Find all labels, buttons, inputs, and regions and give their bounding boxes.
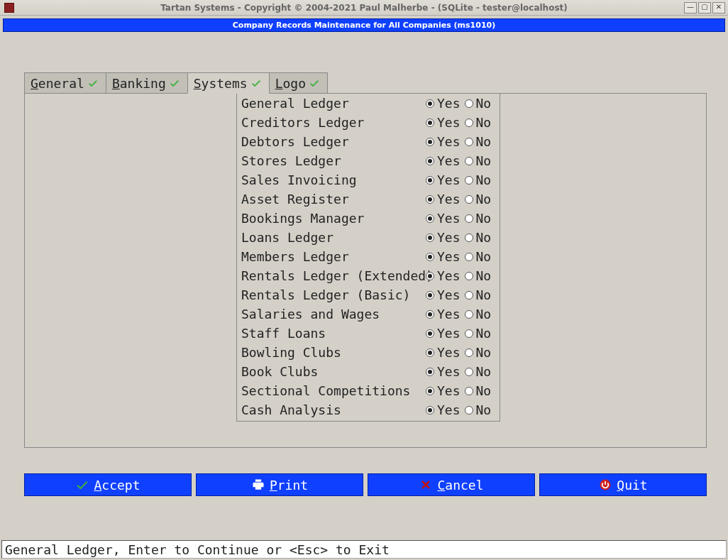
system-label: Loans Ledger bbox=[241, 230, 426, 245]
window-title: Tartan Systems - Copyright © 2004-2021 P… bbox=[0, 3, 728, 13]
radio-no[interactable] bbox=[465, 138, 473, 146]
radio-yes[interactable] bbox=[426, 253, 434, 261]
action-button-bar: Accept Print Cancel Quit bbox=[24, 473, 707, 496]
radio-no[interactable] bbox=[465, 119, 473, 127]
radio-no[interactable] bbox=[465, 406, 473, 414]
radio-no[interactable] bbox=[465, 99, 473, 108]
radio-no-label: No bbox=[476, 268, 492, 283]
radio-yes[interactable] bbox=[426, 272, 434, 280]
quit-accel: Q bbox=[617, 478, 624, 493]
tab-general[interactable]: General bbox=[24, 72, 106, 94]
system-row: Stores LedgerYesNo bbox=[241, 151, 494, 170]
system-row: Loans LedgerYesNo bbox=[241, 228, 494, 247]
radio-no-label: No bbox=[476, 287, 492, 302]
radio-yes[interactable] bbox=[426, 99, 434, 108]
radio-yes[interactable] bbox=[426, 387, 434, 395]
cancel-button[interactable]: Cancel bbox=[368, 473, 535, 496]
accept-accel: A bbox=[94, 478, 101, 493]
system-row: Asset RegisterYesNo bbox=[241, 190, 494, 209]
radio-no-label: No bbox=[476, 115, 492, 130]
radio-yes[interactable] bbox=[426, 214, 434, 223]
radio-no[interactable] bbox=[465, 387, 473, 395]
print-button[interactable]: Print bbox=[196, 473, 363, 496]
maximize-button[interactable]: ▢ bbox=[698, 2, 711, 13]
radio-no[interactable] bbox=[465, 310, 473, 319]
system-label: Sales Invoicing bbox=[241, 172, 426, 187]
radio-yes[interactable] bbox=[426, 234, 434, 242]
radio-no[interactable] bbox=[465, 329, 473, 338]
radio-no[interactable] bbox=[465, 214, 473, 223]
radio-no[interactable] bbox=[465, 176, 473, 185]
radio-yes[interactable] bbox=[426, 176, 434, 185]
tab-logo[interactable]: Logo bbox=[269, 72, 328, 94]
radio-yes[interactable] bbox=[426, 329, 434, 338]
system-label: Asset Register bbox=[241, 192, 426, 207]
radio-yes-label: Yes bbox=[437, 96, 460, 111]
print-accel: P bbox=[270, 478, 277, 493]
radio-yes-label: Yes bbox=[437, 211, 460, 226]
cancel-accel: C bbox=[437, 478, 445, 493]
radio-yes-label: Yes bbox=[437, 402, 460, 417]
accept-button[interactable]: Accept bbox=[24, 473, 192, 496]
system-row: Bookings ManagerYesNo bbox=[241, 209, 494, 228]
quit-label-rest: uit bbox=[624, 478, 648, 493]
system-label: Bowling Clubs bbox=[241, 345, 426, 360]
checkmark-icon bbox=[169, 77, 180, 89]
radio-no[interactable] bbox=[465, 195, 473, 204]
radio-no[interactable] bbox=[465, 272, 473, 280]
system-label: Book Clubs bbox=[241, 364, 426, 379]
printer-icon bbox=[251, 478, 265, 492]
system-row: Creditors LedgerYesNo bbox=[241, 113, 494, 132]
radio-no-label: No bbox=[476, 307, 492, 322]
radio-yes-label: Yes bbox=[437, 345, 460, 360]
radio-yes[interactable] bbox=[426, 310, 434, 319]
radio-yes[interactable] bbox=[426, 138, 434, 146]
tab-label: General bbox=[31, 76, 84, 91]
radio-no[interactable] bbox=[465, 234, 473, 242]
radio-no[interactable] bbox=[465, 348, 473, 357]
system-row: General LedgerYesNo bbox=[241, 94, 494, 113]
quit-button[interactable]: Quit bbox=[539, 473, 707, 496]
radio-yes-label: Yes bbox=[437, 172, 460, 187]
tab-systems[interactable]: Systems bbox=[187, 72, 270, 94]
close-button[interactable]: ✕ bbox=[712, 2, 725, 13]
tabs-container: GeneralBankingSystemsLogo General Ledger… bbox=[24, 72, 707, 489]
tab-label: Logo bbox=[275, 76, 306, 91]
radio-no[interactable] bbox=[465, 368, 473, 376]
radio-yes-label: Yes bbox=[437, 307, 460, 322]
radio-no[interactable] bbox=[465, 291, 473, 300]
radio-yes-label: Yes bbox=[437, 249, 460, 264]
system-row: Staff LoansYesNo bbox=[241, 324, 494, 343]
page-title: Company Records Maintenance for All Comp… bbox=[3, 18, 725, 32]
radio-no-label: No bbox=[476, 192, 492, 207]
radio-no[interactable] bbox=[465, 157, 473, 165]
tab-label: Banking bbox=[112, 76, 166, 91]
system-label: Staff Loans bbox=[241, 326, 426, 341]
window-titlebar: Tartan Systems - Copyright © 2004-2021 P… bbox=[0, 0, 728, 16]
accept-label-rest: ccept bbox=[101, 478, 140, 493]
radio-no-label: No bbox=[476, 230, 492, 245]
checkmark-icon bbox=[250, 77, 262, 89]
systems-panel: General LedgerYesNoCreditors LedgerYesNo… bbox=[236, 94, 500, 422]
system-row: Debtors LedgerYesNo bbox=[241, 132, 494, 151]
system-label: Cash Analysis bbox=[241, 402, 426, 417]
tab-banking[interactable]: Banking bbox=[106, 72, 188, 94]
radio-yes[interactable] bbox=[426, 195, 434, 204]
system-label: Members Ledger bbox=[241, 249, 426, 264]
radio-yes[interactable] bbox=[426, 348, 434, 357]
radio-yes[interactable] bbox=[426, 406, 434, 414]
system-row: Rentals Ledger (Extended)YesNo bbox=[241, 266, 494, 285]
cross-icon bbox=[419, 478, 433, 492]
system-row: Book ClubsYesNo bbox=[241, 362, 494, 381]
radio-yes-label: Yes bbox=[437, 192, 460, 207]
checkmark-icon bbox=[87, 77, 99, 89]
radio-yes[interactable] bbox=[426, 119, 434, 127]
radio-yes[interactable] bbox=[426, 157, 434, 165]
radio-yes[interactable] bbox=[426, 291, 434, 300]
app-area: Company Records Maintenance for All Comp… bbox=[0, 16, 728, 560]
radio-yes[interactable] bbox=[426, 368, 434, 376]
tab-row: GeneralBankingSystemsLogo bbox=[24, 72, 707, 94]
minimize-button[interactable]: — bbox=[684, 2, 697, 13]
radio-no[interactable] bbox=[465, 253, 473, 261]
system-row: Sales InvoicingYesNo bbox=[241, 170, 494, 190]
